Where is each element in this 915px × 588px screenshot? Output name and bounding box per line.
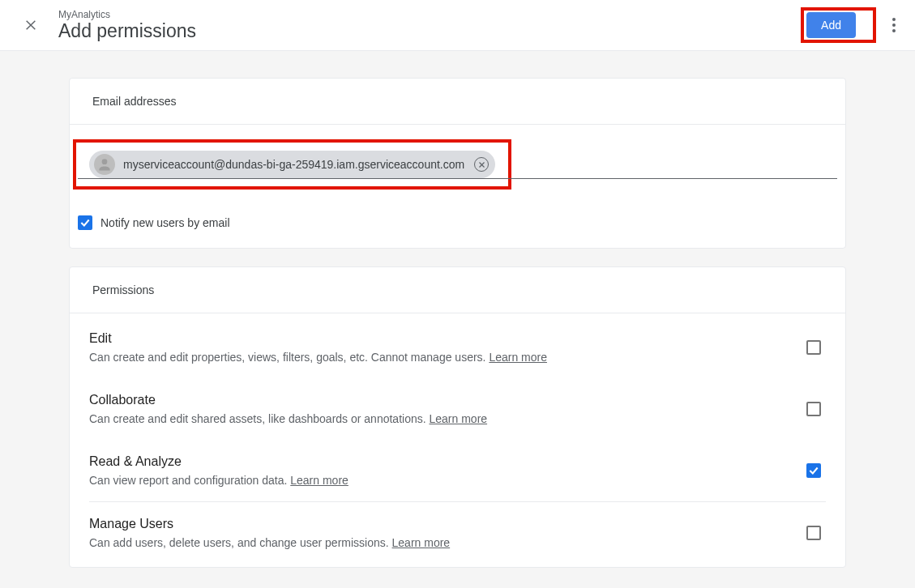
top-bar: MyAnalytics Add permissions Add <box>0 0 915 51</box>
perm-desc: Can view report and configuration data. … <box>89 474 806 487</box>
email-card-header: Email addresses <box>70 79 845 125</box>
email-input-line[interactable] <box>78 173 837 179</box>
learn-more-link[interactable]: Learn more <box>429 412 487 425</box>
email-card-body: myserviceaccount@dundas-bi-ga-259419.iam… <box>70 125 845 248</box>
perm-item-edit: Edit Can create and edit properties, vie… <box>89 317 826 378</box>
perm-desc: Can create and edit properties, views, f… <box>89 351 806 364</box>
breadcrumb: MyAnalytics <box>58 9 801 20</box>
perm-checkbox-read-analyze[interactable] <box>806 463 821 478</box>
perm-checkbox-collaborate[interactable] <box>806 402 821 416</box>
chip-remove-icon[interactable] <box>474 157 489 172</box>
title-block: MyAnalytics Add permissions <box>58 9 801 42</box>
svg-point-3 <box>892 23 896 27</box>
content-area: Email addresses myserviceaccount@dundas-… <box>0 51 915 588</box>
permissions-card: Permissions Edit Can create and edit pro… <box>69 266 846 568</box>
close-icon[interactable] <box>21 15 41 35</box>
add-button-highlight: Add <box>801 7 876 43</box>
person-icon <box>94 154 115 175</box>
perm-checkbox-edit[interactable] <box>806 340 821 355</box>
svg-point-2 <box>892 18 896 21</box>
perm-desc: Can create and edit shared assets, like … <box>89 412 806 425</box>
add-button[interactable]: Add <box>806 12 856 38</box>
email-chip-highlight: myserviceaccount@dundas-bi-ga-259419.iam… <box>73 139 511 190</box>
overflow-menu-icon[interactable] <box>884 15 904 35</box>
perm-title: Manage Users <box>89 517 806 531</box>
perm-title: Read & Analyze <box>89 454 806 469</box>
permissions-list: Edit Can create and edit properties, vie… <box>70 313 845 567</box>
notify-row: Notify new users by email <box>78 215 826 230</box>
page-title: Add permissions <box>58 20 801 42</box>
perm-item-collaborate: Collaborate Can create and edit shared a… <box>89 378 826 440</box>
email-chip-label: myserviceaccount@dundas-bi-ga-259419.iam… <box>123 158 464 171</box>
perm-item-manage-users: Manage Users Can add users, delete users… <box>89 502 826 564</box>
learn-more-link[interactable]: Learn more <box>392 536 451 549</box>
perm-title: Collaborate <box>89 393 806 407</box>
notify-checkbox[interactable] <box>78 215 92 230</box>
email-card: Email addresses myserviceaccount@dundas-… <box>69 78 846 249</box>
learn-more-link[interactable]: Learn more <box>489 351 547 364</box>
notify-label: Notify new users by email <box>100 216 230 229</box>
perm-title: Edit <box>89 331 806 346</box>
perm-desc: Can add users, delete users, and change … <box>89 536 806 549</box>
perm-item-read-analyze: Read & Analyze Can view report and confi… <box>89 440 826 501</box>
svg-point-4 <box>892 29 896 32</box>
permissions-card-header: Permissions <box>70 267 845 313</box>
learn-more-link[interactable]: Learn more <box>290 474 348 487</box>
svg-point-5 <box>102 159 108 164</box>
perm-checkbox-manage-users[interactable] <box>806 526 821 540</box>
